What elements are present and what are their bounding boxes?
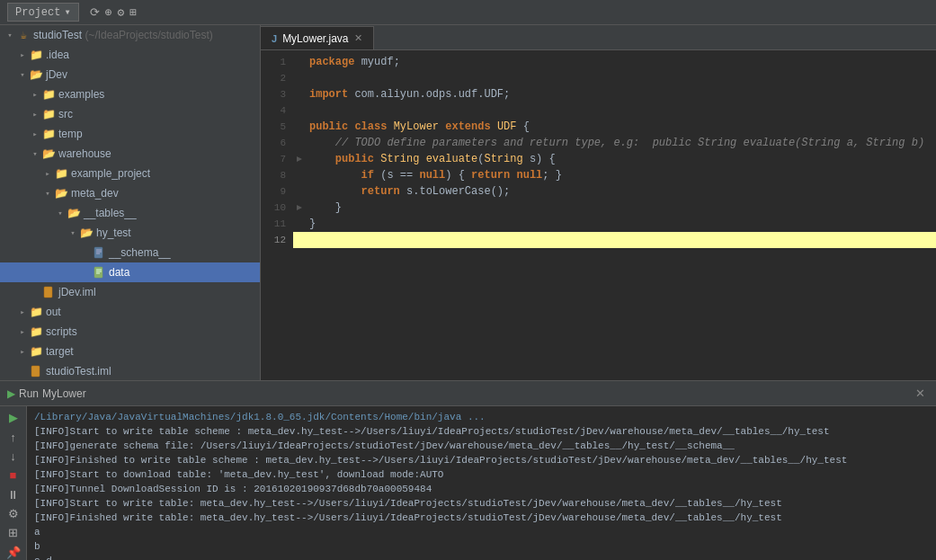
schema-file-icon bbox=[92, 245, 106, 260]
sidebar-item-examples[interactable]: 📁 examples bbox=[0, 84, 260, 104]
sync-icon[interactable]: ⟳ bbox=[90, 5, 100, 20]
run-up-button[interactable]: ↑ bbox=[4, 429, 23, 444]
title-bar-icons: ⟳ ⊕ ⚙ ⊞ bbox=[90, 5, 137, 20]
tab-close-button[interactable]: ✕ bbox=[354, 32, 362, 44]
output-line-1: /Library/Java/JavaVirtualMachines/jdk1.8… bbox=[34, 410, 929, 424]
jdev-iml-label: jDev.iml bbox=[58, 286, 96, 298]
gear-icon[interactable]: ⚙ bbox=[117, 5, 124, 20]
temp-label: temp bbox=[58, 128, 83, 140]
code-line-3: 3 import com.aliyun.odps.udf.UDF; bbox=[261, 86, 936, 102]
sidebar-item-schema[interactable]: __schema__ bbox=[0, 243, 260, 262]
run-settings-button[interactable]: ⚙ bbox=[4, 506, 23, 521]
run-layout-button[interactable]: ⊞ bbox=[4, 525, 23, 540]
sidebar-item-data[interactable]: data bbox=[0, 262, 260, 282]
svg-rect-8 bbox=[44, 287, 52, 298]
sidebar-item-meta-dev[interactable]: 📂 meta_dev bbox=[0, 183, 260, 203]
target-label: target bbox=[46, 345, 74, 358]
svg-marker-13 bbox=[297, 205, 302, 210]
jdev-label: jDev bbox=[46, 68, 67, 81]
dropdown-arrow: ▾ bbox=[64, 5, 70, 19]
sidebar-item-tables[interactable]: 📂 __tables__ bbox=[0, 203, 260, 223]
expand-icon[interactable]: ⊞ bbox=[129, 5, 137, 20]
sidebar-item-example-project[interactable]: 📁 example_project bbox=[0, 164, 260, 183]
schema-arrow bbox=[79, 246, 92, 259]
project-icon: ☕ bbox=[16, 28, 31, 42]
tables-arrow bbox=[54, 207, 67, 219]
line-number-7: 7 bbox=[261, 151, 293, 167]
run-stop-button[interactable]: ■ bbox=[4, 467, 23, 483]
code-line-2: 2 bbox=[261, 70, 936, 86]
idea-arrow bbox=[16, 49, 29, 61]
output-line-9: a bbox=[34, 525, 929, 539]
run-pause-button[interactable]: ⏸ bbox=[4, 487, 23, 502]
line-marker-2 bbox=[293, 70, 306, 86]
line-content-1: package myudf; bbox=[306, 54, 936, 70]
sidebar-item-src[interactable]: 📁 src bbox=[0, 104, 260, 124]
code-editor[interactable]: 1 package myudf; 2 3 import com.aliyun.o… bbox=[261, 50, 936, 380]
sidebar-item-temp[interactable]: 📁 temp bbox=[0, 124, 260, 144]
line-marker-7 bbox=[293, 151, 306, 167]
sidebar-item-idea[interactable]: 📁 .idea bbox=[0, 45, 260, 65]
line-number-11: 11 bbox=[261, 216, 293, 232]
sidebar-content: ☕ studioTest (~/IdeaProjects/studioTest)… bbox=[0, 25, 260, 380]
sidebar-item-jdev-iml[interactable]: jDev.iml bbox=[0, 282, 260, 302]
code-line-12: 12 bbox=[261, 232, 936, 248]
src-label: src bbox=[58, 108, 73, 120]
line-marker-6 bbox=[293, 135, 306, 151]
jdev-iml-icon bbox=[41, 285, 56, 299]
project-dropdown[interactable]: Project ▾ bbox=[7, 3, 79, 22]
run-play-button[interactable]: ▶ bbox=[4, 410, 23, 425]
sidebar-item-jdev[interactable]: 📂 jDev bbox=[0, 65, 260, 84]
src-arrow bbox=[29, 108, 41, 120]
meta-dev-folder-icon: 📂 bbox=[54, 186, 68, 200]
out-label: out bbox=[46, 306, 61, 318]
tab-java-icon: J bbox=[272, 33, 277, 44]
run-toolbar-side: ▶ ↑ ↓ ■ ⏸ ⚙ ⊞ 📌 bbox=[0, 406, 27, 560]
scripts-arrow bbox=[16, 325, 29, 338]
svg-rect-4 bbox=[94, 267, 103, 278]
run-down-button[interactable]: ↓ bbox=[4, 449, 23, 464]
run-pin-button[interactable]: 📌 bbox=[4, 545, 23, 560]
line-number-9: 9 bbox=[261, 183, 293, 200]
tab-label: MyLower.java bbox=[282, 32, 348, 45]
example-project-folder-icon: 📁 bbox=[54, 166, 68, 181]
target-arrow bbox=[16, 345, 29, 358]
meta-dev-label: meta_dev bbox=[71, 187, 119, 200]
run-label: ▶ Run MyLower bbox=[7, 387, 86, 400]
code-line-4: 4 bbox=[261, 102, 936, 119]
title-bar: Project ▾ ⟳ ⊕ ⚙ ⊞ bbox=[0, 0, 936, 25]
sidebar-item-target[interactable]: 📁 target bbox=[0, 342, 260, 361]
sidebar-item-scripts[interactable]: 📁 scripts bbox=[0, 322, 260, 342]
idea-folder-icon: 📁 bbox=[29, 48, 43, 62]
line-content-12 bbox=[306, 232, 936, 248]
line-content-7: public String evaluate(String s) { bbox=[306, 151, 936, 167]
panel-close-button[interactable]: ✕ bbox=[912, 385, 929, 402]
title-bar-left: Project ▾ ⟳ ⊕ ⚙ ⊞ bbox=[7, 3, 137, 22]
sidebar-item-studiotest-iml[interactable]: studioTest.iml bbox=[0, 361, 260, 380]
output-text-10: b bbox=[34, 541, 40, 552]
pin-icon[interactable]: ⊕ bbox=[105, 5, 112, 20]
line-marker-1 bbox=[293, 54, 306, 70]
svg-rect-0 bbox=[94, 247, 103, 258]
panel-toolbar: ✕ bbox=[912, 385, 929, 402]
output-line-3: [INFO]generate schema file: /Users/liuyi… bbox=[34, 439, 929, 453]
output-text-1: /Library/Java/JavaVirtualMachines/jdk1.8… bbox=[34, 412, 486, 422]
scripts-label: scripts bbox=[46, 325, 77, 338]
tab-mylower[interactable]: J MyLower.java ✕ bbox=[261, 26, 374, 49]
tree-root[interactable]: ☕ studioTest (~/IdeaProjects/studioTest) bbox=[0, 25, 260, 45]
data-arrow bbox=[79, 266, 92, 279]
idea-label: .idea bbox=[46, 49, 69, 61]
sidebar-item-hy-test[interactable]: 📂 hy_test bbox=[0, 223, 260, 243]
data-label: data bbox=[109, 266, 129, 279]
code-line-1: 1 package myudf; bbox=[261, 54, 936, 70]
sidebar-item-out[interactable]: 📁 out bbox=[0, 302, 260, 322]
line-marker-5 bbox=[293, 119, 306, 135]
line-content-6: // TODO define parameters and return typ… bbox=[306, 135, 936, 151]
sidebar-item-warehouse[interactable]: 📂 warehouse bbox=[0, 144, 260, 164]
run-icon: ▶ bbox=[7, 387, 15, 400]
svg-marker-12 bbox=[297, 156, 302, 162]
line-marker-8 bbox=[293, 167, 306, 183]
code-line-5: 5 public class MyLower extends UDF { bbox=[261, 119, 936, 135]
tables-folder-icon: 📂 bbox=[67, 206, 81, 220]
hy-test-arrow bbox=[67, 227, 79, 239]
